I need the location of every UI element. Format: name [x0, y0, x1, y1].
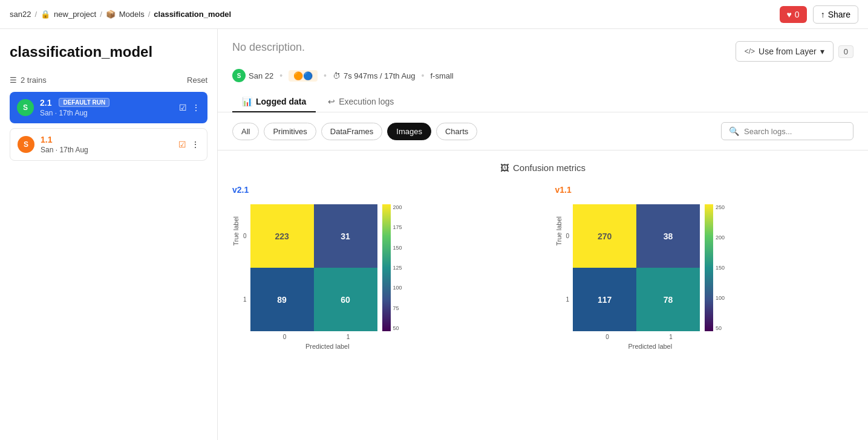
- filter-images[interactable]: Images: [387, 123, 431, 140]
- use-layer-wrapper: </> Use from Layer ▾ 0: [736, 41, 853, 62]
- sidebar-header: ☰ 2 trains Reset: [10, 76, 207, 85]
- matrix-2: 270 38 117 78: [573, 204, 700, 331]
- search-box[interactable]: 🔍: [721, 122, 853, 140]
- cb-tick-150: 150: [393, 245, 402, 251]
- more-icon-1[interactable]: ⋮: [192, 103, 200, 112]
- cb-tick-75: 75: [393, 305, 402, 311]
- default-badge-1: DEFAULT RUN: [59, 98, 109, 107]
- check-icon-2[interactable]: ☑: [178, 140, 186, 149]
- nav-right: ♥ 0 ↑ Share: [780, 5, 858, 24]
- tab-logged-data[interactable]: 📊 Logged data: [232, 92, 316, 112]
- logged-icon: 📊: [242, 97, 252, 106]
- meta-row: S San 22 • 🟠🔵 • ⏱ 7s 947ms / 17th Aug • …: [232, 69, 853, 82]
- filter-primitives[interactable]: Primitives: [264, 123, 316, 140]
- trains-label: ☰ 2 trains: [10, 76, 47, 85]
- ytick-1-0: 0: [243, 233, 247, 239]
- filter-dataframes[interactable]: DataFrames: [321, 123, 383, 140]
- use-from-layer-button[interactable]: </> Use from Layer ▾: [736, 41, 834, 62]
- cb-tick-175: 175: [393, 224, 402, 230]
- ytick-1-1: 1: [243, 296, 247, 303]
- cm-xlabel-2: Predicted label: [576, 343, 725, 350]
- tab-row: 📊 Logged data ↩ Execution logs: [232, 92, 853, 112]
- heart-icon: ♥: [787, 10, 792, 19]
- search-input[interactable]: [744, 127, 846, 136]
- trains-icon: ☰: [10, 76, 17, 85]
- use-from-layer-label: Use from Layer: [759, 47, 817, 56]
- run-version-1: 2.1: [40, 98, 51, 108]
- confusion-title: Confusion metrics: [513, 163, 586, 173]
- confusion-matrix-2: True label 0 1: [555, 204, 854, 350]
- run-info-2: 1.1 San · 17th Aug: [41, 135, 172, 154]
- xtick-2-0: 0: [605, 334, 609, 340]
- reset-button[interactable]: Reset: [187, 76, 207, 85]
- xticks-1: 0 1: [253, 334, 380, 340]
- breadcrumb-san22[interactable]: san22: [10, 10, 31, 19]
- cell-1-11: 60: [314, 268, 377, 331]
- content-area: No description. </> Use from Layer ▾ 0 S…: [218, 29, 868, 440]
- run-item-1[interactable]: S 2.1 DEFAULT RUN San · 17th Aug ☑ ⋮: [10, 92, 207, 123]
- avatar-run2: S: [18, 136, 34, 153]
- cb2-tick-250: 250: [716, 204, 725, 210]
- filter-row: All Primitives DataFrames Images Charts …: [218, 112, 868, 150]
- run-sub-1: San · 17th Aug: [40, 109, 173, 117]
- use-count: 0: [838, 45, 853, 58]
- meta-dot3: •: [422, 71, 425, 80]
- xtick-1-1: 1: [347, 334, 350, 340]
- cb2-tick-100: 100: [716, 295, 725, 301]
- search-icon: 🔍: [729, 126, 739, 136]
- cell-2-10: 117: [573, 268, 636, 331]
- meta-user: S San 22: [232, 69, 273, 82]
- sklearn-badge: 🟠🔵: [289, 70, 318, 82]
- run-sub-2: San · 17th Aug: [41, 146, 172, 154]
- tab-execution-logs[interactable]: ↩ Execution logs: [318, 92, 403, 112]
- cb2-tick-150: 150: [716, 265, 725, 271]
- cb2-tick-200: 200: [716, 235, 725, 241]
- xtick-2-1: 1: [669, 334, 673, 340]
- breadcrumb-models[interactable]: Models: [119, 10, 145, 19]
- more-icon-2[interactable]: ⋮: [191, 140, 200, 149]
- content-header: No description. </> Use from Layer ▾ 0 S…: [218, 29, 868, 112]
- cb-tick-50: 50: [393, 325, 402, 331]
- run-actions-1: ☑ ⋮: [179, 103, 200, 112]
- trains-count: 2 trains: [21, 76, 47, 85]
- clock-icon: ⏱: [333, 71, 341, 80]
- cb-tick-100: 100: [393, 285, 402, 291]
- model-title: classification_model: [10, 44, 207, 61]
- charts-grid: v2.1 True label 0 1: [232, 185, 853, 350]
- breadcrumb-project[interactable]: new_project: [54, 10, 96, 19]
- heart-button[interactable]: ♥ 0: [780, 6, 807, 23]
- chart-col-2: v1.1 True label 0 1: [555, 185, 854, 350]
- run-item-2[interactable]: S 1.1 San · 17th Aug ☑ ⋮: [10, 128, 207, 161]
- confusion-header: 🖼 Confusion metrics: [232, 163, 853, 173]
- xtick-1-0: 0: [283, 334, 287, 340]
- run-version-2: 1.1: [41, 135, 52, 144]
- colorbar-2: 250 200 150 100 50: [705, 204, 725, 331]
- share-button[interactable]: ↑ Share: [813, 5, 858, 24]
- sep3: /: [148, 10, 151, 19]
- xticks-2: 0 1: [576, 334, 703, 340]
- breadcrumb: san22 / 🔒 new_project / 📦 Models / class…: [10, 10, 231, 19]
- cell-1-01: 31: [314, 204, 377, 268]
- run-info-1: 2.1 DEFAULT RUN San · 17th Aug: [40, 98, 173, 117]
- meta-username: San 22: [249, 71, 273, 80]
- breadcrumb-model: classification_model: [154, 10, 231, 19]
- sidebar: classification_model ☰ 2 trains Reset S …: [0, 29, 218, 440]
- tab-execution-label: Execution logs: [339, 97, 394, 106]
- confusion-matrix-1: True label 0 1: [232, 204, 531, 350]
- meta-flavor: f-small: [430, 71, 453, 80]
- image-icon: 🖼: [500, 163, 509, 173]
- avatar-run1: S: [17, 99, 34, 116]
- check-icon-1[interactable]: ☑: [179, 103, 187, 112]
- main-layout: classification_model ☰ 2 trains Reset S …: [0, 29, 868, 440]
- cm-ylabel-1: True label: [232, 216, 240, 246]
- execution-icon: ↩: [328, 97, 335, 106]
- filter-charts[interactable]: Charts: [436, 123, 477, 140]
- chart-col-1: v2.1 True label 0 1: [232, 185, 531, 350]
- meta-dot2: •: [324, 71, 327, 80]
- breadcrumb-models-icon: 📦: [106, 10, 116, 19]
- cell-2-01: 38: [636, 204, 700, 268]
- top-nav: san22 / 🔒 new_project / 📦 Models / class…: [0, 0, 868, 29]
- meta-time: ⏱ 7s 947ms / 17th Aug: [333, 71, 416, 80]
- cm-ylabel-2: True label: [555, 216, 563, 246]
- filter-all[interactable]: All: [232, 123, 259, 140]
